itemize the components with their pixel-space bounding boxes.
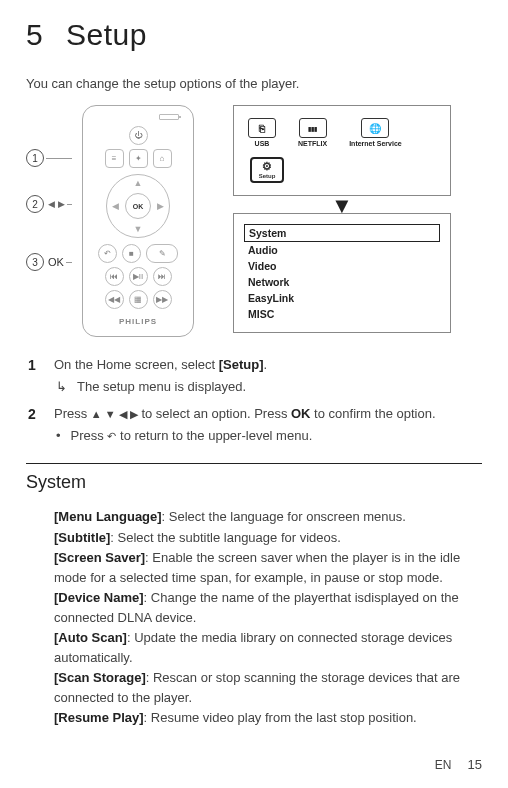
step-1-bold: [Setup]: [219, 357, 264, 372]
nav-arrows-icon: ▲ ▼ ◀ ▶: [91, 408, 138, 420]
step-2-number: 2: [28, 404, 40, 445]
footer-page-number: 15: [468, 757, 482, 772]
def-autoscan-key: [Auto Scan]: [54, 630, 127, 645]
usb-label: USB: [255, 140, 270, 147]
usb-icon: ⎘: [248, 118, 276, 138]
arrow-down-icon: ▼: [331, 200, 353, 211]
netflix-tile: ▮▮▮ NETFLIX: [298, 118, 327, 147]
home-icon: ⌂: [153, 149, 172, 168]
def-resumeplay-key: [Resume Play]: [54, 710, 144, 725]
right-arrow-icon: ▶: [157, 201, 164, 211]
step-1: 1 On the Home screen, select [Setup]. ↳ …: [28, 355, 482, 396]
definitions: [Menu Language]: Select the language for…: [26, 507, 482, 728]
def-scanstorage-key: [Scan Storage]: [54, 670, 146, 685]
power-icon: ⏻: [129, 126, 148, 145]
step-1-text-a: On the Home screen, select: [54, 357, 219, 372]
step-1-text-b: .: [264, 357, 268, 372]
step-2-text-b: to select an option. Press: [138, 406, 291, 421]
dpad: ▲ ▼ ◀ ▶ OK: [106, 174, 170, 238]
down-arrow-icon: ▼: [134, 224, 143, 234]
setup-tile: ⚙ Setup: [250, 157, 284, 183]
step-2-sub-b: to return to the upper-level menu.: [116, 428, 312, 443]
bullet-icon: •: [56, 426, 61, 446]
def-menu-language-key: [Menu Language]: [54, 509, 162, 524]
remote-control: ⏻ ≡ ✦ ⌂ ▲ ▼ ◀ ▶ OK ↶ ■ ✎ ⏮ ▶II ⏭ ◀◀ ▦ ▶▶: [82, 105, 194, 337]
diagram: 1 2◀ ▶ 3OK ⏻ ≡ ✦ ⌂ ▲ ▼ ◀ ▶ OK ↶ ■ ✎ ⏮ ▶I…: [26, 105, 482, 337]
menu-item-easylink: EasyLink: [244, 290, 440, 306]
step-2-ok: OK: [291, 406, 311, 421]
menu-item-video: Video: [244, 258, 440, 274]
steps-list: 1 On the Home screen, select [Setup]. ↳ …: [26, 355, 482, 445]
internet-tile: 🌐 Internet Service: [349, 118, 402, 147]
battery-icon: [159, 114, 179, 120]
callout-3: 3: [26, 253, 44, 271]
callout-1: 1: [26, 149, 44, 167]
step-2-text-a: Press: [54, 406, 91, 421]
play-icon: ▶II: [129, 267, 148, 286]
callout-3-label: OK: [48, 256, 64, 268]
next-icon: ⏭: [153, 267, 172, 286]
netflix-label: NETFLIX: [298, 140, 327, 147]
chapter-name: Setup: [66, 18, 147, 51]
setup-menu: System Audio Video Network EasyLink MISC: [233, 213, 451, 333]
def-subtitle-key: [Subtitle]: [54, 530, 110, 545]
callout-2: 2: [26, 195, 44, 213]
menu-item-misc: MISC: [244, 306, 440, 322]
step-2-sub-a: Press: [71, 428, 108, 443]
screen-column: ⎘ USB ▮▮▮ NETFLIX 🌐 Internet Service ⚙ S…: [202, 105, 482, 333]
star-icon: ✦: [129, 149, 148, 168]
menu-icon: ≡: [105, 149, 124, 168]
ffw-icon: ▶▶: [153, 290, 172, 309]
step-2: 2 Press ▲ ▼ ◀ ▶ to select an option. Pre…: [28, 404, 482, 445]
def-devicename-key: [Device Name]: [54, 590, 144, 605]
back-icon: ↶: [98, 244, 117, 263]
home-screen: ⎘ USB ▮▮▮ NETFLIX 🌐 Internet Service ⚙ S…: [233, 105, 451, 196]
step-1-number: 1: [28, 355, 40, 396]
grid-icon: ▦: [129, 290, 148, 309]
chapter-number: 5: [26, 18, 66, 52]
edit-icon: ✎: [146, 244, 178, 263]
def-subtitle-val: : Select the subtitle language for video…: [110, 530, 341, 545]
netflix-icon: ▮▮▮: [299, 118, 327, 138]
left-arrow-icon: ◀: [112, 201, 119, 211]
menu-item-audio: Audio: [244, 242, 440, 258]
setup-label: Setup: [259, 173, 276, 179]
section-heading: System: [26, 472, 482, 493]
ok-button: OK: [125, 193, 151, 219]
section-divider: [26, 463, 482, 464]
left-right-icon: ◀ ▶: [48, 199, 65, 209]
up-arrow-icon: ▲: [134, 178, 143, 188]
step-1-sub: The setup menu is displayed.: [77, 377, 246, 397]
def-menu-language-val: : Select the language for onscreen menus…: [162, 509, 406, 524]
gear-icon: ⚙: [262, 161, 272, 172]
result-arrow-icon: ↳: [56, 377, 67, 397]
rew-icon: ◀◀: [105, 290, 124, 309]
callout-column: 1 2◀ ▶ 3OK: [26, 105, 74, 271]
page-footer: EN 15: [435, 757, 482, 772]
stop-icon: ■: [122, 244, 141, 263]
usb-tile: ⎘ USB: [248, 118, 276, 147]
footer-lang: EN: [435, 758, 452, 772]
intro-text: You can change the setup options of the …: [26, 76, 482, 91]
globe-icon: 🌐: [361, 118, 389, 138]
def-screensaver-key: [Screen Saver]: [54, 550, 145, 565]
internet-label: Internet Service: [349, 140, 402, 147]
brand-label: PHILIPS: [119, 317, 157, 326]
def-resumeplay-val: : Resume video play from the last stop p…: [144, 710, 417, 725]
step-2-text-c: to confirm the option.: [311, 406, 436, 421]
chapter-title: 5Setup: [26, 18, 482, 52]
prev-icon: ⏮: [105, 267, 124, 286]
menu-item-system: System: [244, 224, 440, 242]
menu-item-network: Network: [244, 274, 440, 290]
